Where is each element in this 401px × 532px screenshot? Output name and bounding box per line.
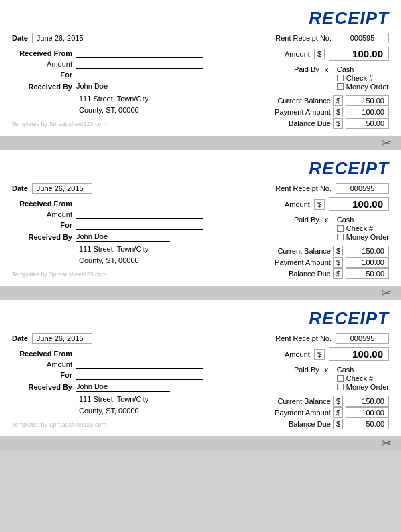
money-order-option-3: Money Order — [337, 383, 389, 391]
date-row-2: Date June 26, 2015 — [12, 183, 206, 194]
balance-due-dollar-2: $ — [333, 268, 343, 279]
amount-value-2: 100.00 — [329, 197, 389, 211]
amount-dollar-2: $ — [314, 199, 325, 210]
cash-option-3: Cash — [337, 366, 389, 374]
scissors-divider-1: ✂ — [0, 136, 401, 150]
payment-amount-value-1: 100.00 — [346, 107, 389, 117]
receipt-title-1: RECEIPT — [12, 8, 389, 29]
for-row-1: For — [12, 70, 206, 79]
receipt-no-label-2: Rent Receipt No. — [275, 184, 331, 192]
paid-by-label-2: Paid By — [279, 216, 319, 224]
amount-row-2: Amount $ 100.00 — [285, 197, 389, 211]
for-label-2: For — [12, 221, 72, 229]
balance-due-value-3: 50.00 — [346, 419, 389, 429]
check-checkbox-3 — [337, 375, 344, 382]
payment-amount-value-2: 100.00 — [346, 257, 389, 268]
current-balance-value-1: 150.00 — [346, 95, 389, 106]
date-value-2: June 26, 2015 — [32, 183, 92, 194]
amount-label-1: Amount — [285, 50, 310, 58]
address-block-1: 111 Street, Town/City County, ST, 00000 — [79, 93, 206, 115]
for-row-2: For — [12, 220, 206, 230]
current-balance-row-1: Current Balance $ 150.00 — [257, 95, 389, 106]
receipt-no-value-1: 000595 — [336, 33, 389, 43]
balance-due-value-2: 50.00 — [346, 268, 389, 279]
paid-by-label-1: Paid By — [279, 65, 319, 73]
amount-value-1: 100.00 — [329, 47, 389, 61]
received-from-line-3 — [76, 349, 203, 358]
current-balance-value-3: 150.00 — [346, 396, 389, 407]
amount-label-2: Amount — [285, 200, 310, 208]
summary-section-3: Current Balance $ 150.00 Payment Amount … — [257, 396, 389, 429]
for-label-3: For — [12, 371, 72, 379]
watermark-3: Templates by Spreadsheet123.com — [12, 421, 206, 428]
money-order-option-2: Money Order — [337, 233, 389, 241]
address-line2-3: County, ST, 00000 — [79, 405, 206, 417]
scissors-icon-1: ✂ — [382, 136, 392, 150]
amount-sub-row-2: Amount — [12, 210, 206, 219]
paid-by-section-3: Paid By x Cash Check # Money Order — [279, 366, 389, 391]
for-line-2 — [76, 220, 203, 230]
payment-amount-dollar-1: $ — [333, 107, 343, 117]
amount-sub-label-3: Amount — [12, 360, 72, 368]
payment-amount-row-1: Payment Amount $ 100.00 — [257, 107, 389, 117]
summary-section-1: Current Balance $ 150.00 Payment Amount … — [257, 95, 389, 129]
received-from-label-3: Received From — [12, 350, 72, 358]
money-order-checkbox-1 — [337, 83, 344, 90]
current-balance-row-3: Current Balance $ 150.00 — [257, 396, 389, 407]
received-by-row-2: Received By John Doe — [12, 232, 206, 242]
received-by-row-1: Received By John Doe — [12, 82, 206, 91]
cash-option-1: Cash — [337, 65, 389, 73]
address-line2-2: County, ST, 00000 — [79, 255, 206, 266]
amount-sub-label-1: Amount — [12, 60, 72, 68]
money-order-label-1: Money Order — [346, 83, 389, 91]
cash-option-2: Cash — [337, 216, 389, 224]
payment-amount-dollar-2: $ — [333, 257, 343, 268]
amount-sub-row-3: Amount — [12, 360, 206, 369]
balance-due-row-3: Balance Due $ 50.00 — [257, 419, 389, 429]
paid-by-options-3: Cash Check # Money Order — [337, 366, 389, 391]
right-panel-1: Rent Receipt No. 000595 Amount $ 100.00 … — [213, 33, 389, 129]
money-order-label-2: Money Order — [346, 233, 389, 241]
right-panel-3: Rent Receipt No. 000595 Amount $ 100.00 … — [213, 333, 389, 429]
paid-by-options-2: Cash Check # Money Order — [337, 216, 389, 241]
check-label-2: Check # — [346, 224, 373, 232]
date-row-3: Date June 26, 2015 — [12, 333, 206, 344]
receipt-1: RECEIPT Date June 26, 2015 Received From… — [0, 0, 401, 136]
date-row-1: Date June 26, 2015 — [12, 33, 206, 43]
current-balance-dollar-1: $ — [333, 95, 343, 106]
date-value-1: June 26, 2015 — [32, 33, 92, 43]
received-by-label-3: Received By — [12, 383, 72, 391]
payment-amount-row-3: Payment Amount $ 100.00 — [257, 407, 389, 418]
paid-by-section-1: Paid By x Cash Check # Money Order — [279, 65, 389, 91]
scissors-icon-2: ✂ — [382, 286, 392, 300]
current-balance-dollar-2: $ — [333, 246, 343, 256]
amount-sub-row-1: Amount — [12, 59, 206, 69]
summary-section-2: Current Balance $ 150.00 Payment Amount … — [257, 246, 389, 279]
address-block-3: 111 Street, Town/City County, ST, 00000 — [79, 394, 206, 416]
received-by-label-1: Received By — [12, 83, 72, 91]
amount-label-3: Amount — [285, 350, 310, 358]
address-line1-1: 111 Street, Town/City — [79, 93, 206, 105]
paid-by-x-2: x — [325, 216, 331, 224]
cash-label-1: Cash — [337, 65, 354, 73]
current-balance-dollar-3: $ — [333, 396, 343, 407]
payment-amount-label-2: Payment Amount — [257, 258, 331, 266]
scissors-divider-3: ✂ — [0, 436, 401, 451]
payment-amount-label-3: Payment Amount — [257, 409, 331, 417]
amount-value-3: 100.00 — [329, 347, 389, 361]
balance-due-row-1: Balance Due $ 50.00 — [257, 118, 389, 129]
current-balance-label-3: Current Balance — [257, 397, 331, 405]
received-by-value-2: John Doe — [76, 232, 170, 242]
received-by-row-3: Received By John Doe — [12, 382, 206, 392]
current-balance-value-2: 150.00 — [346, 246, 389, 256]
receipt-no-row-3: Rent Receipt No. 000595 — [275, 333, 389, 344]
received-from-line-1 — [76, 49, 203, 58]
amount-sub-line-1 — [76, 59, 203, 69]
watermark-1: Templates by Spreadsheet123.com — [12, 121, 206, 127]
received-by-label-2: Received By — [12, 233, 72, 241]
receipt-title-2: RECEIPT — [12, 158, 389, 179]
amount-dollar-3: $ — [314, 349, 325, 360]
receipt-3: RECEIPT Date June 26, 2015 Received From… — [0, 300, 401, 436]
received-from-label-2: Received From — [12, 200, 72, 208]
money-order-label-3: Money Order — [346, 383, 389, 391]
